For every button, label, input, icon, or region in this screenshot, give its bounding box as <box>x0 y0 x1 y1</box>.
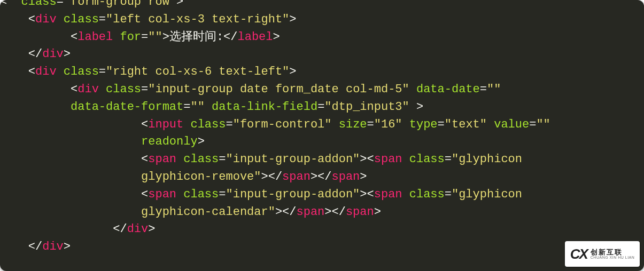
code-line: <span class="input-group-addon"><span cl… <box>0 186 644 204</box>
code-line: <label for="">选择时间:</label> <box>0 29 644 46</box>
watermark-badge: CX 创新互联 CHUANG XIN HU LIAN <box>565 241 640 267</box>
code-line: glyphicon-calendar"></span></span> <box>0 204 644 221</box>
code-line: <input class="form-control" size="16" ty… <box>0 116 644 134</box>
code-line: glyphicon-remove"></span></span> <box>0 169 644 186</box>
code-line: <div class="left col-xs-3 text-right"> <box>0 11 644 29</box>
watermark-text: 创新互联 CHUANG XIN HU LIAN <box>591 249 635 260</box>
code-line: </div> <box>0 221 644 238</box>
code-snippet: < class="form-group row"> <div class="le… <box>0 0 644 271</box>
code-line: <span class="input-group-addon"><span cl… <box>0 151 644 169</box>
code-line: < class="form-group row"> <box>0 0 644 11</box>
code-lines: < class="form-group row"> <div class="le… <box>0 0 644 256</box>
code-line: data-date-format="" data-link-field="dtp… <box>0 99 644 116</box>
code-line: <div class="input-group date form_date c… <box>0 81 644 99</box>
watermark-line1: 创新互联 <box>591 249 635 256</box>
code-line: </div> <box>0 238 644 256</box>
watermark-logo-icon: CX <box>570 245 587 263</box>
watermark-line2: CHUANG XIN HU LIAN <box>591 256 635 259</box>
code-line: </div> <box>0 46 644 63</box>
code-line: readonly> <box>0 133 644 151</box>
code-line: <div class="right col-xs-6 text-left"> <box>0 63 644 81</box>
